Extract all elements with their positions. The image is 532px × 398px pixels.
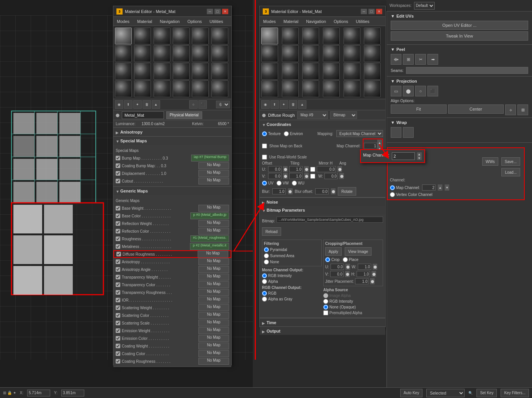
put-mat-btn-right[interactable]: ⬆ bbox=[270, 100, 279, 109]
place-radio-label[interactable]: Place bbox=[343, 257, 358, 262]
blur-spinner[interactable]: ⬤ bbox=[288, 188, 293, 194]
cylinder-view-btn[interactable]: ⬛ bbox=[198, 100, 207, 109]
sphere-cell-2[interactable] bbox=[134, 28, 151, 44]
coat-weight-check[interactable] bbox=[116, 344, 120, 348]
sphere-cell-19[interactable] bbox=[115, 80, 132, 97]
cutout-map-btn[interactable]: No Map bbox=[198, 178, 229, 184]
sphere-r-4[interactable] bbox=[323, 28, 340, 44]
channel-map-ch-up[interactable]: ▲ bbox=[438, 184, 442, 191]
u-tiling-spinner[interactable]: ⬤ bbox=[304, 166, 309, 172]
sphere-r-20[interactable] bbox=[282, 80, 299, 97]
summed-radio[interactable] bbox=[264, 253, 269, 258]
sphere-r-23[interactable] bbox=[344, 80, 360, 97]
restore-btn-right[interactable]: □ bbox=[368, 9, 375, 14]
sphere-r-11[interactable] bbox=[344, 45, 360, 62]
wrap-icon-2[interactable] bbox=[403, 127, 414, 138]
fit-btn[interactable]: Fit bbox=[391, 104, 447, 114]
emiss-color-map-btn[interactable]: No Map bbox=[198, 335, 229, 342]
popup-channel-down[interactable]: ▼ bbox=[417, 156, 422, 160]
sphere-r-24[interactable] bbox=[364, 80, 381, 97]
minimize-btn-left[interactable]: ─ bbox=[207, 9, 213, 14]
u-tiling-input[interactable] bbox=[289, 166, 303, 172]
crop-u-spinner[interactable]: ⬤ bbox=[345, 264, 350, 270]
aniso-angle-check[interactable] bbox=[116, 267, 120, 272]
diffuse-roughness-map-btn[interactable]: No Map bbox=[198, 251, 228, 258]
sphere-r-9[interactable] bbox=[302, 45, 319, 62]
scat-scale-map-btn[interactable]: No Map bbox=[198, 320, 229, 326]
u-angle-spinner[interactable]: ⬤ bbox=[337, 166, 342, 172]
sphere-view-btn[interactable]: ○ bbox=[189, 100, 198, 109]
displacement-check[interactable] bbox=[116, 171, 120, 176]
delete-btn-right[interactable]: 🗑 bbox=[289, 100, 297, 109]
show-map-check[interactable] bbox=[262, 144, 267, 148]
blur-input[interactable] bbox=[272, 188, 286, 194]
wu-radio-label[interactable]: WU bbox=[292, 181, 304, 186]
diffuse-roughness-check[interactable] bbox=[116, 252, 121, 256]
channel-map-ch-radio-label[interactable]: Map Channel: bbox=[390, 185, 420, 190]
crop-v-spinner[interactable]: ⬤ bbox=[345, 271, 350, 277]
proj-extra-icon2[interactable]: ⊞ bbox=[517, 104, 528, 115]
jitter-input[interactable] bbox=[355, 278, 368, 284]
roughness-map-btn[interactable]: #1 (Metal_roughness. bbox=[190, 235, 229, 242]
alpha-radio-label[interactable]: Alpha bbox=[262, 279, 322, 284]
apply-btn[interactable]: Apply bbox=[325, 247, 342, 256]
workspaces-dropdown[interactable]: Default bbox=[414, 2, 435, 10]
v-mirror-check[interactable] bbox=[310, 174, 315, 179]
map-channel-input[interactable] bbox=[364, 143, 377, 149]
coat-weight-map-btn[interactable]: No Map bbox=[198, 343, 229, 349]
sample-type-dropdown[interactable]: 6 bbox=[216, 101, 230, 108]
emiss-color-check[interactable] bbox=[116, 336, 120, 341]
transp-rough-check[interactable] bbox=[116, 290, 120, 295]
coat-color-check[interactable] bbox=[116, 351, 120, 356]
transp-weight-map-btn[interactable]: No Map bbox=[198, 274, 229, 281]
sphere-cell-4[interactable] bbox=[173, 28, 190, 44]
crop-w-spinner[interactable]: ⬤ bbox=[373, 264, 377, 270]
rgb-intensity2-radio[interactable] bbox=[323, 299, 328, 304]
noise-section[interactable]: ▶ Noise bbox=[260, 197, 385, 206]
sphere-r-12[interactable] bbox=[364, 45, 381, 62]
refl-weight-check[interactable] bbox=[116, 221, 120, 226]
coat-rough-map-btn[interactable]: No Map bbox=[198, 358, 229, 365]
rgb-radio-label[interactable]: RGB bbox=[262, 291, 322, 296]
selected-dropdown[interactable]: Selected bbox=[426, 389, 465, 397]
sphere-cell-9[interactable] bbox=[154, 45, 170, 62]
v-tiling-input[interactable] bbox=[289, 173, 303, 179]
coordinates-header[interactable]: ▼ Coordinates bbox=[260, 120, 385, 129]
delete-btn[interactable]: 🗑 bbox=[142, 100, 151, 109]
refl-weight-map-btn[interactable]: No Map bbox=[198, 220, 229, 227]
wrap-icon-1[interactable] bbox=[391, 127, 401, 138]
sphere-r-17[interactable] bbox=[344, 63, 360, 80]
rgb-intensity-radio[interactable] bbox=[262, 273, 267, 278]
close-btn-left[interactable]: ✕ bbox=[222, 9, 228, 14]
auto-key-btn[interactable]: Auto Key bbox=[400, 389, 423, 397]
proj-extra-icon[interactable]: ⟡ bbox=[505, 104, 516, 115]
sphere-r-10[interactable] bbox=[323, 45, 340, 62]
peel-icon-3[interactable]: ✂ bbox=[415, 54, 426, 65]
sphere-r-6[interactable] bbox=[364, 28, 381, 44]
tweak-in-view-btn[interactable]: Tweak In View bbox=[391, 31, 528, 41]
y-input[interactable] bbox=[61, 390, 84, 396]
base-color-check[interactable] bbox=[116, 214, 120, 218]
crop-h-spinner[interactable]: ⬤ bbox=[372, 271, 376, 277]
peel-icon-1[interactable]: ⟴ bbox=[391, 54, 401, 65]
u-angle-input[interactable] bbox=[317, 166, 336, 172]
vw-radio-label[interactable]: VW bbox=[277, 181, 289, 186]
summed-radio-label[interactable]: Summed Area bbox=[264, 253, 320, 258]
sphere-r-14[interactable] bbox=[282, 63, 299, 80]
none-radio-label[interactable]: None bbox=[264, 259, 320, 264]
u-offset-spinner[interactable]: ⬤ bbox=[283, 166, 288, 172]
transp-color-check[interactable] bbox=[116, 282, 120, 287]
sphere-cell-24[interactable] bbox=[211, 80, 228, 97]
sphere-r-8[interactable] bbox=[282, 45, 299, 62]
base-weight-check[interactable] bbox=[116, 206, 120, 210]
w-angle-spinner[interactable]: ⬤ bbox=[339, 173, 344, 179]
crop-w-input[interactable] bbox=[358, 264, 371, 270]
sphere-cell-5[interactable] bbox=[192, 28, 209, 44]
menu-utilities-left[interactable]: Utilities bbox=[208, 18, 224, 24]
wws-btn[interactable]: WWs bbox=[482, 157, 498, 166]
u-mirror-check[interactable] bbox=[310, 167, 315, 172]
v-offset-spinner[interactable]: ⬤ bbox=[283, 173, 288, 179]
roughness-check[interactable] bbox=[116, 237, 120, 241]
sphere-cell-17[interactable] bbox=[192, 63, 209, 80]
scat-color-check[interactable] bbox=[116, 313, 120, 318]
